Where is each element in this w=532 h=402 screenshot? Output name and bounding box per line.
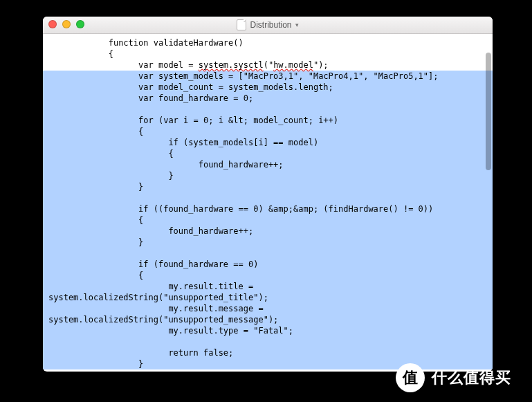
editor-viewport[interactable]: function validateHardware() { var model …	[43, 33, 493, 372]
code-line[interactable]	[43, 248, 493, 259]
code-line[interactable]: }	[43, 237, 493, 248]
code-line[interactable]: if (found_hardware == 0)	[43, 259, 493, 270]
watermark-text: 什么值得买	[432, 367, 511, 388]
code-line[interactable]: var model = system.sysctl("hw.model");	[43, 60, 493, 71]
code-line[interactable]: }	[43, 170, 493, 181]
code-line[interactable]: found_hardware++;	[43, 159, 493, 170]
code-line[interactable]: if (system_models[i] == model)	[43, 137, 493, 148]
code-line[interactable]: {	[43, 148, 493, 159]
titlebar: Distribution ▾	[43, 17, 493, 34]
code-line[interactable]	[43, 104, 493, 115]
code-line[interactable]: }	[43, 181, 493, 192]
scrollbar-thumb[interactable]	[486, 53, 491, 170]
title-dropdown[interactable]: Distribution ▾	[43, 17, 493, 33]
code-line[interactable]	[43, 336, 493, 347]
code-line[interactable]: my.result.title =	[43, 281, 493, 292]
code-line[interactable]: {	[43, 214, 493, 226]
chevron-down-icon: ▾	[295, 21, 299, 28]
code-line[interactable]: if ((found_hardware == 0) &amp;&amp; (fi…	[43, 203, 493, 214]
code-line[interactable]: for (var i = 0; i &lt; model_count; i++)	[43, 115, 493, 126]
code-area[interactable]: function validateHardware() { var model …	[43, 33, 493, 372]
code-line[interactable]: {	[43, 270, 493, 281]
code-line[interactable]: function validateHardware()	[43, 37, 493, 48]
code-line[interactable]: found_hardware++;	[43, 226, 493, 237]
code-line[interactable]: {	[43, 126, 493, 137]
code-line[interactable]: system.localizedString("unsupported_titl…	[43, 292, 493, 303]
code-line[interactable]: {	[43, 48, 493, 60]
code-line[interactable]: return false;	[43, 347, 493, 358]
code-line[interactable]: my.result.message =	[43, 303, 493, 314]
editor-window: Distribution ▾ function validateHardware…	[43, 17, 493, 372]
watermark-badge: 值 什么值得买	[396, 363, 511, 392]
document-icon	[237, 19, 246, 30]
code-line[interactable]: system.localizedString("unsupported_mess…	[43, 314, 493, 325]
code-line[interactable]: var system_models = ["MacPro3,1", "MacPr…	[43, 71, 493, 82]
code-line[interactable]: var model_count = system_models.length;	[43, 82, 493, 93]
code-line[interactable]: my.result.type = "Fatal";	[43, 325, 493, 336]
code-line[interactable]	[43, 192, 493, 203]
watermark-icon: 值	[396, 363, 425, 392]
code-line[interactable]: var found_hardware = 0;	[43, 93, 493, 104]
window-title: Distribution	[250, 20, 291, 30]
